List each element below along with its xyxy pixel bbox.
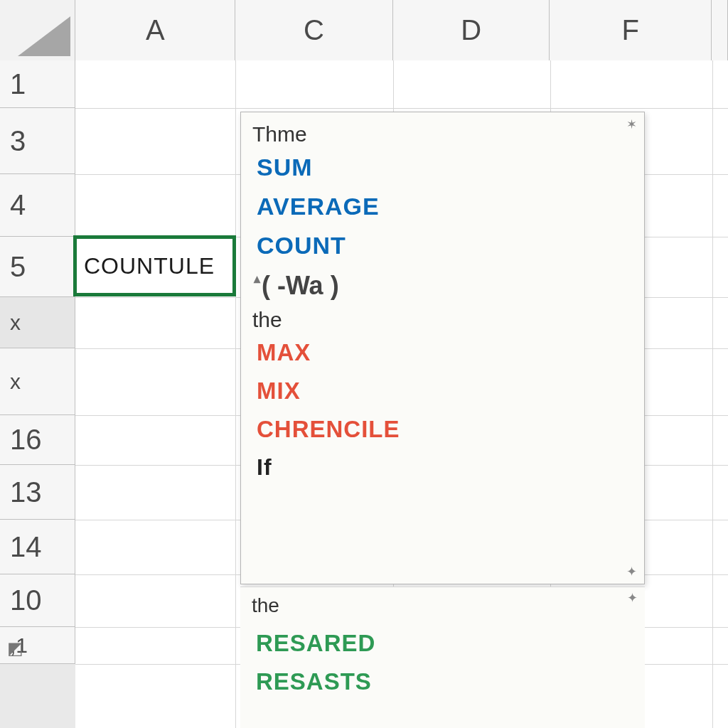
suggestion-average[interactable]: AVERAGE <box>257 193 633 220</box>
caret-up-icon: ▴ <box>254 271 260 287</box>
row-header-5[interactable]: 5 <box>0 237 75 297</box>
row-header-16[interactable]: 16 <box>0 415 75 465</box>
active-cell[interactable]: COUNTULE <box>73 235 236 296</box>
grid-col-A <box>75 60 236 728</box>
panel-header: Thme <box>252 122 633 146</box>
row-header-1[interactable]: 1 <box>0 60 75 108</box>
row-header-column: 1 3 4 5 x x 16 13 14 10 ◩ ,1 <box>0 60 75 664</box>
cells-area[interactable]: COUNTULE ✶ Thme SUM AVERAGE COUNT ▴( -Wa… <box>75 60 728 728</box>
gridline <box>75 108 728 109</box>
row-header-bottom[interactable]: ◩ ,1 <box>0 627 75 664</box>
column-header-D[interactable]: D <box>393 0 550 61</box>
suggestion-mix[interactable]: MIX <box>257 378 633 405</box>
column-header-A[interactable]: A <box>75 0 235 61</box>
spreadsheet-viewport: A C D F 1 3 4 5 x x 16 13 14 10 ◩ ,1 <box>0 0 728 728</box>
column-header-F[interactable]: F <box>550 0 712 61</box>
panel-mid-label: the <box>252 308 633 332</box>
row-header-x1[interactable]: x <box>0 297 75 348</box>
resize-handle-icon[interactable]: ✦ <box>626 564 637 579</box>
status-icon: ◩ <box>7 638 23 658</box>
select-all-triangle-icon <box>18 16 70 56</box>
back-arrow-icon[interactable]: ✦ <box>627 590 638 606</box>
column-header-row: A C D F <box>0 0 728 60</box>
suggestion-sum[interactable]: SUM <box>257 154 633 181</box>
function-signature: ▴( -Wa ) <box>254 271 633 301</box>
column-header-C[interactable]: C <box>235 0 393 61</box>
formula-autocomplete-panel-2[interactable]: ✦ the RESARED RESASTS <box>240 587 645 728</box>
row-header-10[interactable]: 10 <box>0 574 75 627</box>
suggestion-chrencile[interactable]: CHRENCILE <box>257 416 633 443</box>
row-header-x2[interactable]: x <box>0 348 75 415</box>
suggestion-resared[interactable]: RESARED <box>256 630 633 657</box>
suggestion-if[interactable]: If <box>257 454 633 481</box>
row-header-4[interactable]: 4 <box>0 174 75 237</box>
suggestion-max[interactable]: MAX <box>257 339 633 366</box>
row-header-3[interactable]: 3 <box>0 108 75 174</box>
formula-autocomplete-panel[interactable]: ✶ Thme SUM AVERAGE COUNT ▴( -Wa ) the MA… <box>240 112 645 584</box>
panel2-header: the <box>252 594 633 617</box>
row-header-14[interactable]: 14 <box>0 520 75 574</box>
suggestion-resasts[interactable]: RESASTS <box>256 668 633 695</box>
row-header-13[interactable]: 13 <box>0 465 75 520</box>
suggestion-count[interactable]: COUNT <box>257 232 633 259</box>
column-header-edge <box>712 0 728 61</box>
pin-icon[interactable]: ✶ <box>626 117 637 132</box>
select-all-button[interactable] <box>0 0 75 61</box>
active-cell-value: COUNTULE <box>84 253 215 279</box>
